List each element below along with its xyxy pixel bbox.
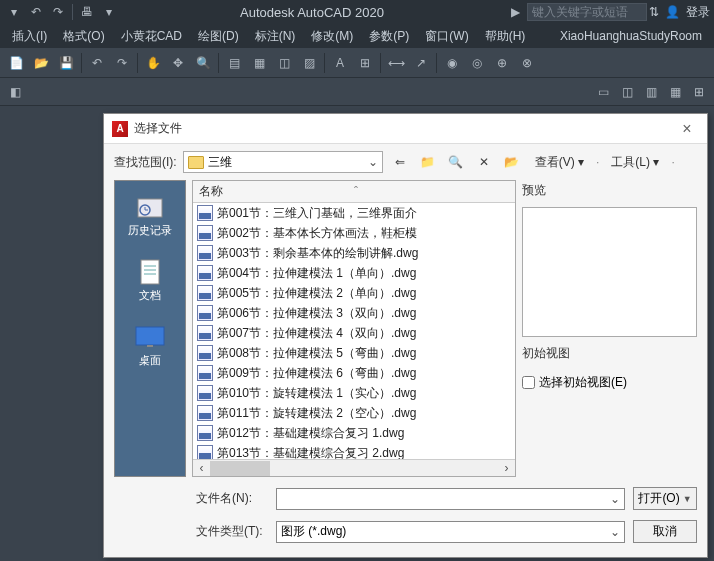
qat-redo-icon[interactable]: ↷ (48, 2, 68, 22)
tool-dim-icon[interactable]: ⟷ (384, 51, 408, 75)
cancel-button[interactable]: 取消 (633, 520, 697, 543)
tool-misc3-icon[interactable]: ⊕ (490, 51, 514, 75)
tool-props-icon[interactable]: ▦ (247, 51, 271, 75)
document-tab[interactable]: XiaoHuanghuaStudyRoom (552, 26, 710, 46)
place-history-label: 历史记录 (128, 223, 172, 238)
file-name: 第010节：旋转建模法 1（实心）.dwg (217, 385, 416, 402)
file-row[interactable]: 第008节：拉伸建模法 5（弯曲）.dwg (193, 343, 515, 363)
scroll-right-icon[interactable]: › (498, 460, 515, 477)
tool-text-icon[interactable]: A (328, 51, 352, 75)
tool-zoom-icon[interactable]: 🔍 (191, 51, 215, 75)
up-button[interactable]: 📁 (417, 151, 439, 173)
separator-dot: · (596, 155, 599, 169)
search-play-icon[interactable]: ▶ (505, 2, 525, 22)
tool-misc1-icon[interactable]: ◉ (440, 51, 464, 75)
back-button[interactable]: ⇐ (389, 151, 411, 173)
new-folder-button[interactable]: 📂 (501, 151, 523, 173)
file-row[interactable]: 第013节：基础建模综合复习 2.dwg (193, 443, 515, 459)
login-label[interactable]: 登录 (686, 4, 710, 21)
tool2-right2-icon[interactable]: ◫ (616, 81, 638, 103)
menu-help[interactable]: 帮助(H) (477, 25, 534, 48)
svg-rect-7 (147, 345, 153, 347)
tool2-right1-icon[interactable]: ▭ (592, 81, 614, 103)
filename-combo[interactable]: ⌄ (276, 488, 625, 510)
qat-undo-icon[interactable]: ↶ (26, 2, 46, 22)
delete-button[interactable]: ✕ (473, 151, 495, 173)
views-button[interactable]: 查看(V) ▾ (529, 152, 590, 173)
scroll-thumb[interactable] (210, 461, 270, 476)
tool-new-icon[interactable]: 📄 (4, 51, 28, 75)
tool-pan-icon[interactable]: ✋ (141, 51, 165, 75)
tool2-right4-icon[interactable]: ▦ (664, 81, 686, 103)
tool-undo-icon[interactable]: ↶ (85, 51, 109, 75)
file-row[interactable]: 第011节：旋转建模法 2（空心）.dwg (193, 403, 515, 423)
place-history[interactable]: 历史记录 (120, 189, 180, 242)
file-row[interactable]: 第002节：基本体长方体画法，鞋柜模 (193, 223, 515, 243)
dialog-body: 历史记录 文档 桌面 名称 ˆ 第001节：三维入门基础，三维界面介第002节 (104, 180, 707, 483)
tool2-right3-icon[interactable]: ▥ (640, 81, 662, 103)
file-row[interactable]: 第007节：拉伸建模法 4（双向）.dwg (193, 323, 515, 343)
preview-box (522, 207, 697, 337)
a360-icon[interactable]: ⇅ (649, 5, 659, 19)
qat-dropdown-icon[interactable]: ▾ (99, 2, 119, 22)
place-desktop[interactable]: 桌面 (120, 319, 180, 372)
lookin-combo[interactable]: 三维 ⌄ (183, 151, 383, 173)
search-placeholder-text: 键入关键字或短语 (532, 4, 628, 21)
file-row[interactable]: 第001节：三维入门基础，三维界面介 (193, 203, 515, 223)
tool-move-icon[interactable]: ✥ (166, 51, 190, 75)
tool-block-icon[interactable]: ◫ (272, 51, 296, 75)
tool-layer-icon[interactable]: ▤ (222, 51, 246, 75)
search-web-button[interactable]: 🔍 (445, 151, 467, 173)
search-input[interactable]: 键入关键字或短语 (527, 3, 647, 21)
dialog-close-button[interactable]: × (675, 117, 699, 141)
tool-redo-icon[interactable]: ↷ (110, 51, 134, 75)
tools-button[interactable]: 工具(L) ▾ (605, 152, 665, 173)
file-row[interactable]: 第012节：基础建模综合复习 1.dwg (193, 423, 515, 443)
tool-open-icon[interactable]: 📂 (29, 51, 53, 75)
titlebar-right-group: ⇅ 👤 登录 (649, 4, 710, 21)
initview-checkbox[interactable] (522, 376, 535, 389)
column-name-header: 名称 (199, 183, 223, 200)
horizontal-scrollbar[interactable]: ‹ › (193, 459, 515, 476)
filetype-row: 文件类型(T): 图形 (*.dwg) ⌄ 取消 (196, 520, 697, 543)
dialog-bottom: 文件名(N): ⌄ 打开(O)▼ 文件类型(T): 图形 (*.dwg) ⌄ 取… (104, 483, 707, 557)
file-row[interactable]: 第009节：拉伸建模法 6（弯曲）.dwg (193, 363, 515, 383)
tool-save-icon[interactable]: 💾 (54, 51, 78, 75)
file-row[interactable]: 第003节：剩余基本体的绘制讲解.dwg (193, 243, 515, 263)
tool-misc4-icon[interactable]: ⊗ (515, 51, 539, 75)
qat-menu-icon[interactable]: ▾ (4, 2, 24, 22)
separator (137, 53, 138, 73)
dwg-file-icon (197, 405, 213, 421)
qat-print-icon[interactable]: 🖶 (77, 2, 97, 22)
tool-leader-icon[interactable]: ↗ (409, 51, 433, 75)
filetype-combo[interactable]: 图形 (*.dwg) ⌄ (276, 521, 625, 543)
menu-xiaohuanghua[interactable]: 小黄花CAD (113, 25, 190, 48)
user-icon[interactable]: 👤 (665, 5, 680, 19)
menu-window[interactable]: 窗口(W) (417, 25, 476, 48)
menu-parametric[interactable]: 参数(P) (361, 25, 417, 48)
tool2-right5-icon[interactable]: ⊞ (688, 81, 710, 103)
menu-dimension[interactable]: 标注(N) (247, 25, 304, 48)
initview-label: 初始视图 (522, 343, 697, 364)
file-row[interactable]: 第005节：拉伸建模法 2（单向）.dwg (193, 283, 515, 303)
file-row[interactable]: 第006节：拉伸建模法 3（双向）.dwg (193, 303, 515, 323)
menu-format[interactable]: 格式(O) (55, 25, 112, 48)
menu-draw[interactable]: 绘图(D) (190, 25, 247, 48)
open-button[interactable]: 打开(O)▼ (633, 487, 697, 510)
menu-modify[interactable]: 修改(M) (303, 25, 361, 48)
file-list[interactable]: 第001节：三维入门基础，三维界面介第002节：基本体长方体画法，鞋柜模第003… (193, 203, 515, 459)
file-row[interactable]: 第010节：旋转建模法 1（实心）.dwg (193, 383, 515, 403)
file-name: 第004节：拉伸建模法 1（单向）.dwg (217, 265, 416, 282)
tool-misc2-icon[interactable]: ◎ (465, 51, 489, 75)
dwg-file-icon (197, 205, 213, 221)
tool-hatch-icon[interactable]: ▨ (297, 51, 321, 75)
tool-table-icon[interactable]: ⊞ (353, 51, 377, 75)
scroll-left-icon[interactable]: ‹ (193, 460, 210, 477)
file-row[interactable]: 第004节：拉伸建模法 1（单向）.dwg (193, 263, 515, 283)
place-documents[interactable]: 文档 (120, 254, 180, 307)
file-list-header[interactable]: 名称 ˆ (193, 181, 515, 203)
dialog-titlebar: A 选择文件 × (104, 114, 707, 144)
tool2-icon[interactable]: ◧ (4, 81, 26, 103)
file-name: 第003节：剩余基本体的绘制讲解.dwg (217, 245, 418, 262)
menu-insert[interactable]: 插入(I) (4, 25, 55, 48)
